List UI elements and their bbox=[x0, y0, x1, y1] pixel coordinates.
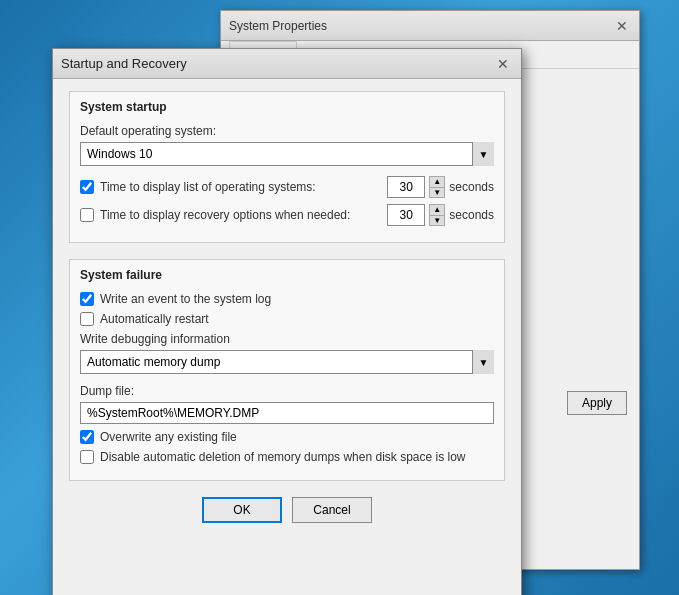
system-properties-close-button[interactable]: ✕ bbox=[613, 17, 631, 35]
display-list-row: Time to display list of operating system… bbox=[80, 176, 494, 198]
disable-auto-row: Disable automatic deletion of memory dum… bbox=[80, 450, 494, 464]
overwrite-checkbox[interactable] bbox=[80, 430, 94, 444]
startup-recovery-titlebar: Startup and Recovery ✕ bbox=[53, 49, 521, 79]
display-recovery-seconds: seconds bbox=[449, 208, 494, 222]
system-failure-group: System failure Write an event to the sys… bbox=[69, 259, 505, 481]
write-event-row: Write an event to the system log bbox=[80, 292, 494, 306]
write-event-label: Write an event to the system log bbox=[100, 292, 494, 306]
display-list-spinner-buttons: ▲ ▼ bbox=[429, 176, 445, 198]
display-list-spinner: ▲ ▼ seconds bbox=[387, 176, 494, 198]
display-list-label: Time to display list of operating system… bbox=[100, 180, 381, 194]
system-failure-title: System failure bbox=[80, 268, 494, 282]
ok-button[interactable]: OK bbox=[202, 497, 282, 523]
display-list-down-button[interactable]: ▼ bbox=[429, 187, 445, 198]
display-list-up-button[interactable]: ▲ bbox=[429, 176, 445, 187]
debug-dropdown[interactable]: Automatic memory dump bbox=[80, 350, 494, 374]
startup-body: System startup Default operating system:… bbox=[53, 79, 521, 535]
system-properties-title: System Properties bbox=[229, 19, 613, 33]
dialog-footer: OK Cancel bbox=[69, 497, 505, 523]
display-recovery-checkbox[interactable] bbox=[80, 208, 94, 222]
cancel-button[interactable]: Cancel bbox=[292, 497, 372, 523]
startup-recovery-dialog: Startup and Recovery ✕ System startup De… bbox=[52, 48, 522, 595]
system-properties-titlebar: System Properties ✕ bbox=[221, 11, 639, 41]
display-recovery-down-button[interactable]: ▼ bbox=[429, 215, 445, 226]
system-startup-group: System startup Default operating system:… bbox=[69, 91, 505, 243]
default-os-dropdown-wrap: Windows 10 ▼ bbox=[80, 142, 494, 166]
dump-file-label: Dump file: bbox=[80, 384, 494, 398]
display-list-checkbox[interactable] bbox=[80, 180, 94, 194]
display-recovery-spinner: ▲ ▼ seconds bbox=[387, 204, 494, 226]
display-list-seconds: seconds bbox=[449, 180, 494, 194]
auto-restart-row: Automatically restart bbox=[80, 312, 494, 326]
display-recovery-input[interactable] bbox=[387, 204, 425, 226]
display-list-input[interactable] bbox=[387, 176, 425, 198]
debug-dropdown-wrap: Automatic memory dump ▼ bbox=[80, 350, 494, 374]
disable-auto-label: Disable automatic deletion of memory dum… bbox=[100, 450, 494, 464]
auto-restart-label: Automatically restart bbox=[100, 312, 494, 326]
write-event-checkbox[interactable] bbox=[80, 292, 94, 306]
disable-auto-checkbox[interactable] bbox=[80, 450, 94, 464]
startup-recovery-title: Startup and Recovery bbox=[61, 56, 493, 71]
display-recovery-spinner-buttons: ▲ ▼ bbox=[429, 204, 445, 226]
display-recovery-label: Time to display recovery options when ne… bbox=[100, 208, 381, 222]
startup-close-button[interactable]: ✕ bbox=[493, 54, 513, 74]
write-debugging-label: Write debugging information bbox=[80, 332, 494, 346]
overwrite-label: Overwrite any existing file bbox=[100, 430, 494, 444]
overwrite-row: Overwrite any existing file bbox=[80, 430, 494, 444]
dump-file-input[interactable] bbox=[80, 402, 494, 424]
default-os-label: Default operating system: bbox=[80, 124, 494, 138]
apply-button[interactable]: Apply bbox=[567, 391, 627, 415]
display-recovery-up-button[interactable]: ▲ bbox=[429, 204, 445, 215]
system-startup-title: System startup bbox=[80, 100, 494, 114]
default-os-dropdown[interactable]: Windows 10 bbox=[80, 142, 494, 166]
display-recovery-row: Time to display recovery options when ne… bbox=[80, 204, 494, 226]
auto-restart-checkbox[interactable] bbox=[80, 312, 94, 326]
